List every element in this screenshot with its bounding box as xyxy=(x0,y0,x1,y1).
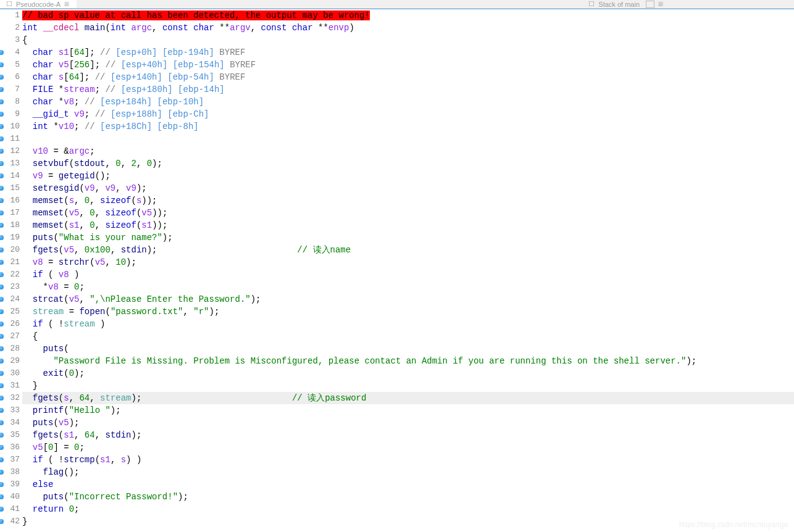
code-line[interactable]: } xyxy=(22,515,794,528)
code-area[interactable]: // bad sp value at call has been detecte… xyxy=(21,9,794,532)
code-line[interactable]: flag(); xyxy=(22,466,794,478)
breakpoint-marker-icon[interactable] xyxy=(0,346,4,351)
breakpoint-marker-icon[interactable] xyxy=(0,445,4,450)
breakpoint-marker-icon[interactable] xyxy=(0,334,4,339)
line-number: 31 xyxy=(0,380,20,392)
breakpoint-marker-icon[interactable] xyxy=(0,235,4,240)
breakpoint-marker-icon[interactable] xyxy=(0,470,4,475)
code-token: 0 xyxy=(85,196,90,206)
breakpoint-marker-icon[interactable] xyxy=(0,260,4,265)
breakpoint-marker-icon[interactable] xyxy=(0,482,4,487)
tab-pseudocode[interactable]: ☐ Pseudocode-A ☒ xyxy=(0,0,77,8)
breakpoint-marker-icon[interactable] xyxy=(0,272,4,277)
breakpoint-marker-icon[interactable] xyxy=(0,50,4,55)
code-line[interactable]: v8 = strchr(v5, 10); xyxy=(22,256,794,268)
code-line[interactable]: // bad sp value at call has been detecte… xyxy=(22,9,794,22)
code-line[interactable]: if ( v8 ) xyxy=(22,268,794,281)
breakpoint-marker-icon[interactable] xyxy=(0,322,4,326)
close-icon[interactable]: ☒ xyxy=(658,1,664,7)
breakpoint-marker-icon[interactable] xyxy=(0,297,4,302)
code-line[interactable]: char *v8; // [esp+184h] [ebp-10h] xyxy=(22,96,794,108)
breakpoint-marker-icon[interactable] xyxy=(0,359,4,364)
code-line[interactable] xyxy=(22,133,794,145)
code-line[interactable]: strcat(v5, ",\nPlease Enter the Password… xyxy=(22,293,794,305)
breakpoint-marker-icon[interactable] xyxy=(0,124,4,129)
code-token: ( xyxy=(59,245,64,255)
code-line[interactable]: fgets(s, 64, stream); // 读入password xyxy=(22,392,794,404)
code-token: ( xyxy=(43,270,59,280)
breakpoint-marker-icon[interactable] xyxy=(0,309,4,314)
code-line[interactable]: v10 = &argc; xyxy=(22,145,794,157)
breakpoint-marker-icon[interactable] xyxy=(0,420,4,425)
code-line[interactable]: } xyxy=(22,380,794,392)
code-line[interactable]: fgets(v5, 0x100, stdin); // 读入name xyxy=(22,244,794,256)
code-line[interactable]: FILE *stream; // [esp+180h] [ebp-14h] xyxy=(22,83,794,96)
code-line[interactable]: if ( !stream ) xyxy=(22,318,794,330)
code-line[interactable]: exit(0); xyxy=(22,367,794,380)
code-token: , xyxy=(251,23,261,33)
code-line[interactable]: if ( !strcmp(s1, s) ) xyxy=(22,454,794,466)
code-line[interactable]: puts("Incorrect Password!"); xyxy=(22,491,794,503)
code-line[interactable]: { xyxy=(22,34,794,46)
code-editor[interactable]: 1234567891011121314151617181920212223242… xyxy=(0,9,794,532)
breakpoint-marker-icon[interactable] xyxy=(0,371,4,376)
code-line[interactable]: printf("Hello "); xyxy=(22,404,794,417)
code-line[interactable]: stream = fopen("password.txt", "r"); xyxy=(22,305,794,318)
breakpoint-marker-icon[interactable] xyxy=(0,198,4,203)
breakpoint-marker-icon[interactable] xyxy=(0,112,4,117)
code-line[interactable]: setresgid(v9, v9, v9); xyxy=(22,182,794,194)
code-line[interactable]: puts("What is your name?"); xyxy=(22,231,794,244)
breakpoint-marker-icon[interactable] xyxy=(0,285,4,289)
breakpoint-marker-icon[interactable] xyxy=(0,433,4,438)
breakpoint-marker-icon[interactable] xyxy=(0,223,4,228)
code-line[interactable]: char v5[256]; // [esp+40h] [ebp-154h] BY… xyxy=(22,59,794,71)
breakpoint-marker-icon[interactable] xyxy=(0,457,4,462)
code-line[interactable]: char s1[64]; // [esp+0h] [ebp-194h] BYRE… xyxy=(22,46,794,59)
code-line[interactable]: *v8 = 0; xyxy=(22,281,794,293)
breakpoint-marker-icon[interactable] xyxy=(0,136,4,141)
code-line[interactable]: v9 = getegid(); xyxy=(22,170,794,182)
code-line[interactable]: puts(v5); xyxy=(22,417,794,429)
code-line[interactable]: fgets(s1, 64, stdin); xyxy=(22,429,794,441)
code-token: getegid xyxy=(59,171,95,181)
code-line[interactable]: return 0; xyxy=(22,503,794,515)
code-line[interactable]: "Password File is Missing. Problem is Mi… xyxy=(22,355,794,367)
code-token: [esp+180h] [ebp-14h] xyxy=(121,85,225,94)
code-line[interactable]: v5[0] = 0; xyxy=(22,441,794,454)
code-line[interactable]: { xyxy=(22,330,794,343)
code-line[interactable]: __gid_t v9; // [esp+188h] [ebp-Ch] xyxy=(22,108,794,120)
breakpoint-marker-icon[interactable] xyxy=(0,210,4,215)
code-line[interactable]: int __cdecl main(int argc, const char **… xyxy=(22,22,794,34)
code-line[interactable]: memset(v5, 0, sizeof(v5)); xyxy=(22,207,794,219)
code-token: ) xyxy=(69,270,80,280)
breakpoint-marker-icon[interactable] xyxy=(0,247,4,252)
breakpoint-marker-icon[interactable] xyxy=(0,99,4,104)
code-line[interactable]: memset(s, 0, sizeof(s)); xyxy=(22,194,794,207)
breakpoint-marker-icon[interactable] xyxy=(0,383,4,388)
breakpoint-marker-icon[interactable] xyxy=(0,507,4,512)
close-icon[interactable]: ☒ xyxy=(64,1,70,7)
code-token: v9 xyxy=(85,183,95,193)
code-line[interactable]: int *v10; // [esp+18Ch] [ebp-8h] xyxy=(22,120,794,133)
breakpoint-marker-icon[interactable] xyxy=(0,396,4,401)
code-token: 64 xyxy=(74,48,85,57)
code-line[interactable]: puts( xyxy=(22,343,794,355)
tab-stack[interactable]: ☐ Stack of main ☒ xyxy=(582,0,671,8)
code-line[interactable]: memset(s1, 0, sizeof(s1)); xyxy=(22,219,794,231)
restore-icon[interactable] xyxy=(646,1,654,8)
code-line[interactable]: char s[64]; // [esp+140h] [ebp-54h] BYRE… xyxy=(22,71,794,83)
code-token: s1 xyxy=(141,220,152,230)
breakpoint-marker-icon[interactable] xyxy=(0,173,4,178)
line-number: 5 xyxy=(0,59,20,71)
breakpoint-marker-icon[interactable] xyxy=(0,75,4,80)
code-line[interactable]: setvbuf(stdout, 0, 2, 0); xyxy=(22,157,794,170)
breakpoint-marker-icon[interactable] xyxy=(0,408,4,413)
breakpoint-marker-icon[interactable] xyxy=(0,87,4,92)
breakpoint-marker-icon[interactable] xyxy=(0,186,4,191)
breakpoint-marker-icon[interactable] xyxy=(0,149,4,154)
breakpoint-marker-icon[interactable] xyxy=(0,161,4,166)
breakpoint-marker-icon[interactable] xyxy=(0,494,4,499)
breakpoint-marker-icon[interactable] xyxy=(0,519,4,524)
code-line[interactable]: else xyxy=(22,478,794,491)
breakpoint-marker-icon[interactable] xyxy=(0,62,4,67)
